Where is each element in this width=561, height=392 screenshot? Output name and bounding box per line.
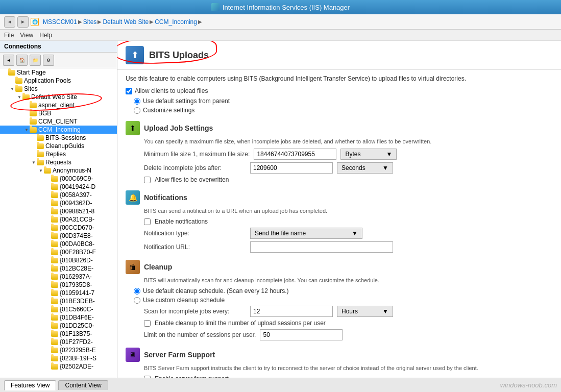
sidebar-tool-1[interactable]: 🏠 xyxy=(16,55,28,66)
tree-toggle-26[interactable] xyxy=(45,282,51,288)
tree-toggle-5[interactable] xyxy=(23,110,30,116)
tree-item-8[interactable]: BITS-Sessions xyxy=(0,134,117,142)
hours-select[interactable]: Hours ▼ xyxy=(337,306,393,317)
tree-toggle-3[interactable]: ▼ xyxy=(16,94,22,100)
tree-item-4[interactable]: aspnet_client xyxy=(0,101,117,109)
breadcrumb-sites[interactable]: Sites xyxy=(83,18,97,26)
tree-item-23[interactable]: {010B826D- xyxy=(0,256,117,264)
tree-toggle-0[interactable] xyxy=(2,69,8,76)
menu-view[interactable]: View xyxy=(20,32,33,39)
tree-item-32[interactable]: {01F13B75- xyxy=(0,330,117,338)
seconds-select[interactable]: Seconds ▼ xyxy=(337,162,393,174)
tree-item-2[interactable]: ▼Sites xyxy=(0,85,117,93)
tree-toggle-25[interactable] xyxy=(45,274,51,280)
features-view-tab[interactable]: Features View xyxy=(4,380,56,390)
tree-toggle-18[interactable] xyxy=(45,216,51,223)
customize-radio[interactable] xyxy=(134,107,140,114)
tree-item-21[interactable]: {00DA0BC8- xyxy=(0,240,117,248)
tree-item-27[interactable]: {01959141-7 xyxy=(0,289,117,297)
tree-item-18[interactable]: {00A31CCB- xyxy=(0,215,117,224)
sidebar-back-btn[interactable]: ◄ xyxy=(3,55,14,66)
default-cleanup-radio[interactable] xyxy=(134,288,140,295)
tree-toggle-31[interactable] xyxy=(45,323,51,329)
tree-item-7[interactable]: ▼CCM_Incoming xyxy=(0,126,117,134)
tree-toggle-15[interactable] xyxy=(45,192,51,198)
tree-item-16[interactable]: {0094362D- xyxy=(0,199,117,207)
tree-item-6[interactable]: CCM_CLIENT xyxy=(0,117,117,126)
forward-button[interactable]: ► xyxy=(17,16,29,28)
tree-item-11[interactable]: ▼Requests xyxy=(0,158,117,166)
tree-toggle-10[interactable] xyxy=(31,151,37,157)
enable-notifications-checkbox[interactable] xyxy=(144,218,151,225)
tree-toggle-23[interactable] xyxy=(45,257,51,263)
min-max-input[interactable] xyxy=(254,149,336,160)
delete-incomplete-input[interactable] xyxy=(250,162,333,174)
tree-toggle-34[interactable] xyxy=(45,347,51,353)
tree-toggle-14[interactable] xyxy=(45,184,51,190)
tree-item-0[interactable]: Start Page xyxy=(0,68,117,77)
tree-item-35[interactable]: {023BF19F-S xyxy=(0,354,117,362)
tree-toggle-24[interactable] xyxy=(45,265,51,272)
tree-item-13[interactable]: {000C69C9- xyxy=(0,175,117,183)
tree-item-12[interactable]: ▼Anonymous-N xyxy=(0,166,117,175)
tree-item-29[interactable]: {01C5660C- xyxy=(0,305,117,313)
tree-toggle-16[interactable] xyxy=(45,200,51,206)
sidebar-tool-2[interactable]: 📁 xyxy=(30,55,41,66)
back-button[interactable]: ◄ xyxy=(4,16,15,28)
breadcrumb-mssccm01[interactable]: MSSCCM01 xyxy=(43,18,77,26)
overwrite-checkbox[interactable] xyxy=(144,177,151,183)
tree-toggle-6[interactable] xyxy=(23,118,30,125)
tree-item-26[interactable]: {017935D8- xyxy=(0,281,117,289)
tree-toggle-17[interactable] xyxy=(45,208,51,214)
tree-item-17[interactable]: {00988521-8 xyxy=(0,207,117,215)
tree-item-9[interactable]: CleanupGuids xyxy=(0,142,117,150)
tree-item-19[interactable]: {00CCD670- xyxy=(0,224,117,232)
tree-item-25[interactable]: {0162937A- xyxy=(0,273,117,281)
tree-item-31[interactable]: {01DD25C0- xyxy=(0,322,117,330)
tree-item-30[interactable]: {01DB4F6E- xyxy=(0,313,117,322)
content-view-tab[interactable]: Content View xyxy=(58,380,108,390)
tree-item-14[interactable]: {00419424-D xyxy=(0,183,117,191)
tree-item-5[interactable]: BGB xyxy=(0,109,117,117)
tree-toggle-28[interactable] xyxy=(45,298,51,304)
tree-toggle-30[interactable] xyxy=(45,314,51,321)
tree-toggle-12[interactable]: ▼ xyxy=(38,167,44,174)
breadcrumb-defaultwebsite[interactable]: Default Web Site xyxy=(103,18,149,26)
tree-toggle-7[interactable]: ▼ xyxy=(23,127,30,133)
tree-item-33[interactable]: {01F27FD2- xyxy=(0,338,117,346)
tree-toggle-4[interactable] xyxy=(23,102,30,108)
tree-item-10[interactable]: Replies xyxy=(0,150,117,158)
tree-item-3[interactable]: ▼Default Web Site xyxy=(0,93,117,101)
tree-item-36[interactable]: {02502ADE- xyxy=(0,362,117,371)
allow-upload-checkbox[interactable] xyxy=(126,88,132,94)
tree-toggle-19[interactable] xyxy=(45,225,51,231)
bytes-select[interactable]: Bytes ▼ xyxy=(340,149,397,160)
enable-server-farm-checkbox[interactable] xyxy=(144,376,151,378)
tree-toggle-2[interactable]: ▼ xyxy=(9,86,15,92)
sidebar-tool-3[interactable]: ⚙ xyxy=(43,55,54,66)
tree-toggle-33[interactable] xyxy=(45,339,51,345)
tree-toggle-29[interactable] xyxy=(45,306,51,312)
limit-count-input[interactable] xyxy=(260,329,343,340)
tree-toggle-1[interactable] xyxy=(9,78,15,84)
tree-toggle-35[interactable] xyxy=(45,355,51,361)
menu-file[interactable]: File xyxy=(4,32,14,39)
menu-help[interactable]: Help xyxy=(39,32,52,39)
tree-toggle-32[interactable] xyxy=(45,331,51,337)
tree-toggle-9[interactable] xyxy=(31,143,37,149)
tree-item-15[interactable]: {0058A397- xyxy=(0,191,117,199)
limit-sessions-checkbox[interactable] xyxy=(144,320,151,327)
tree-toggle-21[interactable] xyxy=(45,241,51,247)
custom-cleanup-radio[interactable] xyxy=(134,297,140,304)
tree-item-20[interactable]: {00D374E8- xyxy=(0,232,117,240)
use-default-radio[interactable] xyxy=(134,98,140,105)
tree-toggle-27[interactable] xyxy=(45,290,51,296)
tree-toggle-22[interactable] xyxy=(45,249,51,255)
tree-item-28[interactable]: {01BE3DEB- xyxy=(0,297,117,305)
tree-item-24[interactable]: {012BC28E- xyxy=(0,264,117,273)
tree-toggle-36[interactable] xyxy=(45,363,51,370)
breadcrumb-ccm-incoming[interactable]: CCM_Incoming xyxy=(155,18,197,26)
tree-toggle-11[interactable]: ▼ xyxy=(31,159,37,165)
scan-jobs-input[interactable] xyxy=(250,306,333,317)
tree-toggle-20[interactable] xyxy=(45,233,51,239)
